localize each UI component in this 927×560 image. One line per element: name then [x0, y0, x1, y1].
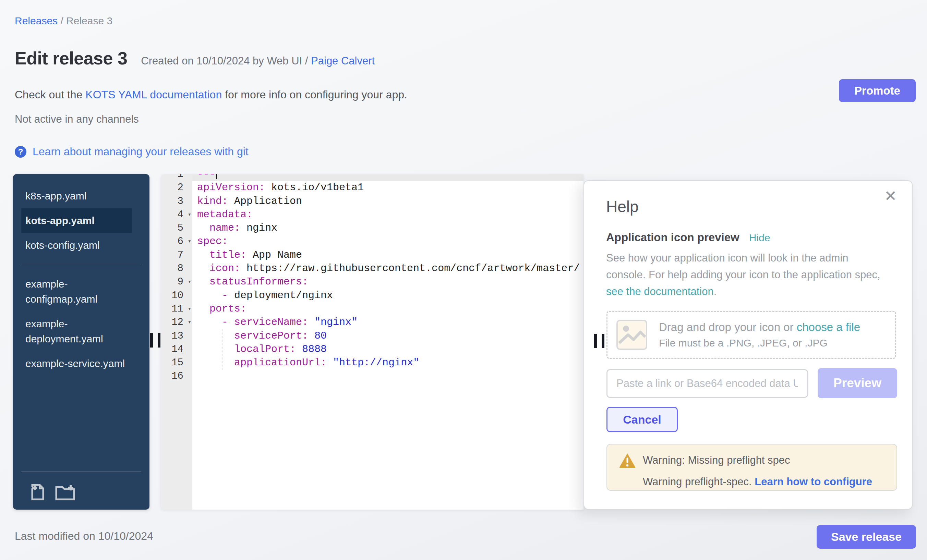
code-line-12[interactable]: - serviceName: "nginx": [192, 316, 584, 329]
code-line-8[interactable]: icon: https://raw.githubusercontent.com/…: [192, 262, 584, 275]
yaml-editor[interactable]: 1234▾56▾789▾1011▾12▾13141516 ---apiVersi…: [161, 174, 584, 510]
configure-preflight-link[interactable]: Learn how to configure: [755, 476, 872, 488]
hide-link[interactable]: Hide: [749, 232, 770, 244]
code-line-5[interactable]: name: nginx: [192, 222, 584, 235]
code-line-13[interactable]: servicePort: 80: [192, 329, 584, 343]
created-text: Created on 10/10/2024 by Web UI /: [141, 55, 308, 67]
code-line-2[interactable]: apiVersion: kots.io/v1beta1: [192, 181, 584, 194]
editor-code-area[interactable]: ---apiVersion: kots.io/v1beta1kind: Appl…: [192, 174, 584, 510]
text-cursor: [216, 174, 217, 179]
drop-zone-filetypes: File must be a .PNG, .JPEG, or .JPG: [659, 337, 860, 349]
breadcrumb: Releases / Release 3: [15, 15, 112, 27]
help-description-period: .: [714, 285, 717, 297]
code-line-3[interactable]: kind: Application: [192, 195, 584, 208]
created-by-link[interactable]: Paige Calvert: [311, 55, 375, 67]
sidebar-divider: [21, 264, 141, 264]
drop-zone-text: Drag and drop your icon or choose a file…: [659, 321, 860, 349]
fold-arrow-icon[interactable]: ▾: [188, 275, 191, 288]
question-icon[interactable]: ?: [15, 146, 26, 158]
kots-yaml-doc-link[interactable]: KOTS YAML documentation: [85, 88, 222, 101]
sidebar-resize-handle[interactable]: [150, 333, 160, 348]
code-line-16[interactable]: [192, 369, 584, 383]
breadcrumb-separator: /: [60, 15, 63, 26]
code-line-1[interactable]: ---: [192, 174, 584, 181]
sidebar-bottom-divider: [21, 472, 141, 472]
add-file-icon[interactable]: [29, 484, 45, 501]
code-line-15[interactable]: applicationUrl: "http://nginx": [192, 356, 584, 369]
icon-preview-heading: Application icon preview: [606, 231, 740, 244]
choose-file-link[interactable]: choose a file: [797, 321, 860, 334]
page-title: Edit release 3: [15, 48, 127, 68]
fold-arrow-icon[interactable]: ▾: [188, 316, 191, 329]
git-help-row: ? Learn about managing your releases wit…: [15, 145, 249, 158]
doc-hint-pre: Check out the: [15, 88, 85, 101]
fold-arrow-icon[interactable]: ▾: [188, 208, 191, 222]
code-line-14[interactable]: localPort: 8888: [192, 343, 584, 356]
editor-gutter: 1234▾56▾789▾1011▾12▾13141516: [161, 174, 192, 510]
icon-drop-zone[interactable]: Drag and drop your icon or choose a file…: [606, 311, 896, 359]
preflight-warning: Warning: Missing preflight spec Warning …: [606, 444, 897, 491]
cancel-button[interactable]: Cancel: [606, 407, 678, 432]
sidebar-bottom: [13, 465, 149, 510]
channel-status: Not active in any channels: [15, 113, 139, 126]
sidebar-file-kots-config.yaml[interactable]: kots-config.yaml: [21, 233, 132, 258]
icon-url-input[interactable]: [606, 369, 808, 398]
sidebar-actions: [13, 478, 149, 510]
add-folder-icon[interactable]: [55, 484, 75, 501]
help-description: See how your application icon will look …: [606, 249, 887, 300]
code-line-6[interactable]: spec:: [192, 235, 584, 248]
help-description-text: See how your application icon will look …: [606, 252, 880, 281]
promote-button[interactable]: Promote: [839, 79, 916, 102]
doc-hint: Check out the KOTS YAML documentation fo…: [15, 88, 407, 101]
doc-hint-post: for more info on configuring your app.: [222, 88, 407, 101]
breadcrumb-current: Release 3: [66, 15, 112, 26]
code-line-9[interactable]: statusInformers:: [192, 275, 584, 288]
fold-arrow-icon[interactable]: ▾: [188, 235, 191, 248]
indent-guide: [222, 329, 222, 370]
close-icon[interactable]: ✕: [884, 188, 897, 203]
file-list-top: k8s-app.yamlkots-app.yamlkots-config.yam…: [13, 174, 149, 258]
sidebar-file-example-deployment.yaml[interactable]: example-deployment.yaml: [21, 311, 132, 351]
image-placeholder-icon: [616, 319, 648, 351]
sidebar-file-k8s-app.yaml[interactable]: k8s-app.yaml: [21, 184, 132, 208]
created-info: Created on 10/10/2024 by Web UI / Paige …: [141, 55, 375, 67]
breadcrumb-releases-link[interactable]: Releases: [15, 15, 58, 26]
warning-icon: [619, 453, 636, 469]
warning-detail: Warning preflight-spec. Learn how to con…: [643, 476, 872, 488]
warning-title: Warning: Missing preflight spec: [643, 454, 790, 466]
help-resize-handle[interactable]: [594, 334, 605, 348]
help-section-row: Application icon preview Hide: [606, 231, 770, 244]
sidebar-file-kots-app.yaml[interactable]: kots-app.yaml: [21, 208, 132, 233]
last-modified: Last modified on 10/10/2024: [15, 530, 153, 543]
help-panel: ✕ Help Application icon preview Hide See…: [584, 180, 913, 510]
title-row: Edit release 3 Created on 10/10/2024 by …: [15, 48, 375, 68]
warning-detail-text: Warning preflight-spec.: [643, 476, 755, 488]
drop-zone-label: Drag and drop your icon or: [659, 321, 797, 334]
help-title: Help: [606, 197, 639, 216]
code-line-10[interactable]: - deployment/nginx: [192, 289, 584, 302]
code-line-7[interactable]: title: App Name: [192, 249, 584, 262]
file-list-bottom: example-configmap.yamlexample-deployment…: [13, 270, 149, 376]
code-line-11[interactable]: ports:: [192, 302, 584, 316]
git-releases-link[interactable]: Learn about managing your releases with …: [33, 145, 249, 158]
sidebar-file-example-service.yaml[interactable]: example-service.yaml: [21, 351, 132, 376]
file-sidebar: k8s-app.yamlkots-app.yamlkots-config.yam…: [13, 174, 149, 510]
fold-arrow-icon[interactable]: ▾: [188, 302, 191, 316]
app-root: Releases / Release 3 Edit release 3 Crea…: [0, 0, 927, 560]
see-documentation-link[interactable]: see the documentation: [606, 285, 714, 297]
save-release-button[interactable]: Save release: [817, 525, 916, 549]
code-line-4[interactable]: metadata:: [192, 208, 584, 222]
sidebar-file-example-configmap.yaml[interactable]: example-configmap.yaml: [21, 272, 132, 311]
preview-button[interactable]: Preview: [818, 368, 897, 398]
